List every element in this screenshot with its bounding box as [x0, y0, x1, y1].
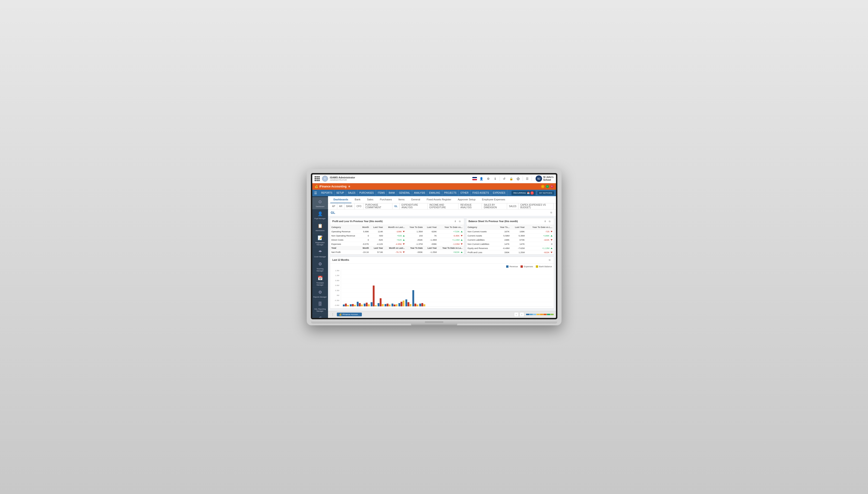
tab-purchases[interactable]: Purchases — [377, 196, 395, 203]
y-label: 0M — [332, 294, 339, 297]
sub-nav-revenue[interactable]: REVENUE ANALYSIS — [458, 203, 482, 209]
sidebar-item-registration[interactable]: 📝 Registration Manager — [312, 233, 328, 247]
bar-group-6 — [378, 298, 384, 306]
minimize-btn[interactable]: − — [541, 185, 544, 188]
sub-nav-purchase-commit[interactable]: PURCHASE COMMITMENT — [363, 203, 393, 209]
row-category: Direct Costs — [330, 238, 360, 242]
sub-nav-cfo[interactable]: CFO — [355, 203, 363, 209]
lock-icon-btn[interactable]: 🔒 — [509, 176, 514, 181]
info-icon-btn[interactable]: ℹ — [493, 176, 498, 181]
recurring-btn[interactable]: RECURRING 📅 9 — [511, 191, 536, 195]
y-label: 1.5M — [332, 269, 339, 272]
bs-download-btn[interactable]: ⬇ — [543, 220, 547, 223]
bottom-tab-finance[interactable]: 💰 iFinance Accoun... — [337, 312, 362, 316]
orange-bar-controls: − □ ✕ — [541, 185, 554, 188]
tab-bank[interactable]: Bank — [351, 196, 364, 203]
print-icon: 🖨 — [317, 315, 323, 318]
nav-analysis[interactable]: ANALYSIS — [412, 190, 427, 196]
nav-setup[interactable]: SETUP — [334, 190, 346, 196]
pl-download-btn[interactable]: ⬇ — [453, 220, 457, 223]
nav-emailing[interactable]: EMAILING — [427, 190, 442, 196]
nav-fixed-assets[interactable]: FIXED ASSETS — [470, 190, 491, 196]
bs-export-btn[interactable]: ⧉ — [548, 220, 551, 223]
nav-other[interactable]: OTHER — [458, 190, 470, 196]
gl-export-btn[interactable]: ⧉ — [549, 211, 553, 214]
row-month: 0 — [360, 238, 370, 242]
refresh-icon-btn[interactable]: ↺ — [502, 176, 507, 181]
row-ytd: 150 — [406, 233, 424, 238]
bar-balance — [396, 304, 398, 306]
nav-bar: ☰ REPORTS SETUP SALES PURCHASES ITEMS BA… — [312, 190, 556, 196]
top-bar-grid: A iSAMS Administrator ADMINISTRATOR 👤 ⚙ … — [314, 175, 554, 182]
tab-items[interactable]: Items — [395, 196, 408, 203]
tab-sales[interactable]: Sales — [364, 196, 377, 203]
sub-nav-sales[interactable]: SALES — [507, 203, 519, 209]
bar-expense — [387, 304, 388, 306]
tab-approver[interactable]: Approver Setup — [454, 196, 478, 203]
chart-export-btn[interactable]: ⧉ — [548, 258, 551, 262]
maximize-btn[interactable]: □ — [546, 185, 549, 188]
user-icon-btn[interactable]: 👤 — [479, 176, 484, 181]
nav-items[interactable]: ITEMS — [376, 190, 387, 196]
sub-nav-ap[interactable]: AP — [330, 203, 337, 209]
teaching-icon: ⚙ — [317, 261, 323, 267]
pl-total-header: Total Month Last Year Month vs Last... Y… — [330, 246, 464, 250]
row-ly: 670K — [511, 238, 526, 242]
pl-export-btn[interactable]: ⧉ — [458, 220, 462, 223]
bs-header-row: Category Year To... Last Year Year To Da… — [466, 225, 554, 230]
nav-expenses[interactable]: EXPENSES — [491, 190, 508, 196]
sub-nav-capex[interactable]: CAPEX (EXPENSES VS BUDGET) — [519, 203, 554, 209]
nav-bank[interactable]: BANK — [387, 190, 397, 196]
nav-right: RECURRING 📅 9 MY NOTICES — [511, 191, 554, 195]
bottom-nav-prev[interactable]: ‹ — [514, 312, 519, 317]
bar-balance — [354, 305, 356, 306]
table-row: Non Operating Revenue 0 -500 +500 150 7K… — [330, 233, 464, 238]
tab-dashboards[interactable]: Dashboards — [330, 196, 351, 203]
sidebar-item-reports[interactable]: ⚙ Reports Manager — [312, 288, 328, 300]
sidebar-item-sql[interactable]: 🗄 SQL Reporting Manager — [312, 300, 328, 314]
balance-sheet-header: Balance Sheet Vs Previous Year (this mon… — [466, 218, 554, 225]
sidebar-item-print[interactable]: 🖨 Report Printing — [312, 314, 328, 318]
table-row: Net Profit -19.1K 57.6K -76.7K -330K -1.… — [330, 250, 464, 254]
bottom-nav-next[interactable]: › — [520, 312, 524, 317]
bottom-three-dots[interactable]: ⋮ — [330, 311, 335, 318]
settings-icon-btn[interactable]: ⚙ — [486, 176, 491, 181]
bar-revenue — [370, 302, 373, 306]
nav-general[interactable]: GENERAL — [397, 190, 412, 196]
sub-nav-income[interactable]: INCOME AND EXPENDITURE — [428, 203, 459, 209]
sidebar-item-timetable[interactable]: 📅 Timetable Manager — [312, 273, 328, 288]
net-lastyear: 57.6K — [370, 250, 384, 254]
sub-nav-expenditure[interactable]: EXPENDITURE ANALYSIS — [400, 203, 428, 209]
nav-purchases[interactable]: PURCHASES — [358, 190, 376, 196]
sub-nav-ar[interactable]: AR — [337, 203, 344, 209]
grid-icon[interactable] — [314, 176, 320, 181]
total-lastyear: Last Year — [370, 246, 384, 250]
sidebar-item-teaching[interactable]: ⚙ Teaching Manager — [312, 259, 328, 273]
net-ytd: -330K — [406, 250, 424, 254]
tab-employee[interactable]: Employee Expenses — [479, 196, 508, 203]
star-icon[interactable]: ★ — [348, 185, 350, 188]
user-name: iSAMS Administrator — [330, 176, 472, 179]
tab-general[interactable]: General — [408, 196, 423, 203]
nav-sales[interactable]: SALES — [346, 190, 358, 196]
sub-nav-gl[interactable]: GL — [393, 203, 400, 209]
total-mvl: Month vs Last... — [384, 246, 406, 250]
pl-col-ytd: Year To Date — [406, 225, 424, 230]
sidebar-item-cover[interactable]: ☂ Cover Manager — [312, 247, 328, 259]
tab-fixed-assets[interactable]: Fixed Assets Register — [423, 196, 454, 203]
table-row: Operating Revenue 5.89K 114K -108K 1.35M… — [330, 229, 464, 233]
signout-icon-btn[interactable]: ⏻ — [516, 176, 521, 181]
bar-revenue — [357, 302, 359, 306]
sidebar-item-dashboard[interactable]: ⊙ Dashboard — [312, 197, 328, 209]
menu-icon-btn[interactable]: ☰ — [525, 176, 530, 181]
sidebar-item-pupil-manager[interactable]: 👤 Pupil Manager — [312, 209, 328, 221]
nav-reports[interactable]: REPORTS — [320, 190, 334, 196]
bar-revenue — [412, 290, 414, 306]
sidebar-item-admissions[interactable]: 📋 Admissions — [312, 221, 328, 233]
sub-nav-bank[interactable]: BANK — [344, 203, 355, 209]
notices-btn[interactable]: MY NOTICES — [538, 191, 554, 195]
sub-nav-sales-dim[interactable]: SALES BY DIMENSION — [482, 203, 507, 209]
nav-projects[interactable]: PROJECTS — [442, 190, 458, 196]
nav-menu-icon[interactable]: ☰ — [314, 191, 317, 195]
close-btn[interactable]: ✕ — [550, 185, 554, 188]
